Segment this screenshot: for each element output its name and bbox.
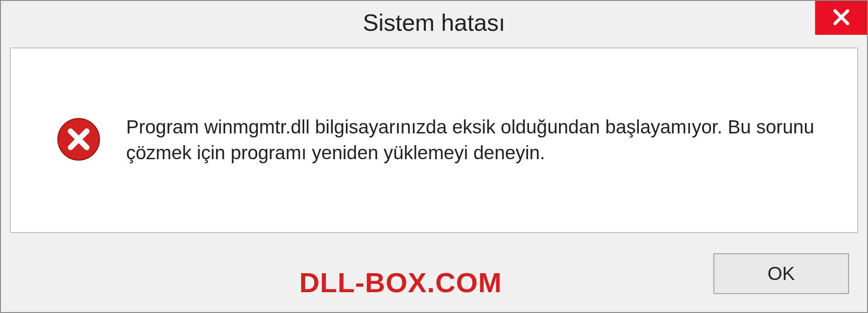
ok-button[interactable]: OK: [713, 253, 849, 294]
dialog-title: Sistem hatası: [363, 9, 505, 36]
ok-button-label: OK: [768, 263, 795, 285]
close-button[interactable]: [815, 1, 867, 35]
error-icon: [56, 117, 101, 164]
dialog-footer: DLL-BOX.COM OK: [10, 244, 858, 303]
watermark-text: DLL-BOX.COM: [299, 266, 502, 299]
close-icon: [832, 8, 851, 28]
titlebar: Sistem hatası: [1, 1, 867, 44]
error-message: Program winmgmtr.dll bilgisayarınızda ek…: [126, 114, 830, 166]
content-panel: Program winmgmtr.dll bilgisayarınızda ek…: [10, 47, 858, 233]
